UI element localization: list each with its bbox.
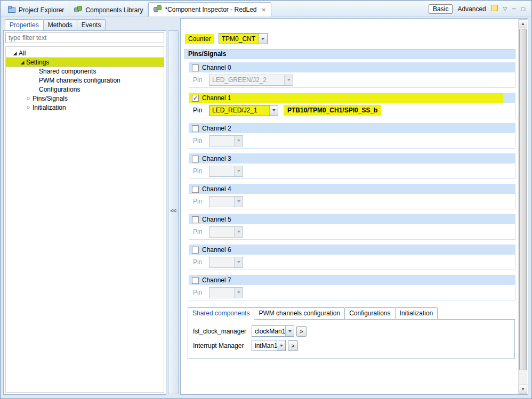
combo-value bbox=[209, 166, 234, 176]
close-icon[interactable]: ✕ bbox=[262, 7, 266, 13]
pin-label: Pin bbox=[193, 107, 204, 114]
channel-7-header: Channel 7 bbox=[189, 275, 515, 285]
vertical-scrollbar[interactable]: ▲ ▼ bbox=[518, 19, 527, 394]
channel-3-pin-row: Pin bbox=[189, 164, 515, 178]
channel-2-pin-select bbox=[209, 135, 243, 146]
scroll-up-icon[interactable]: ▲ bbox=[519, 19, 527, 28]
properties-panel: Properties Methods Events ◢ All ◢ Settin… bbox=[3, 18, 166, 395]
counter-label: Counter bbox=[185, 34, 214, 44]
field-label: Interrupt Manager bbox=[193, 342, 252, 349]
channel-1-pin-row: Pin LED_RED/J2_1 PTB10/TPM0_CH1/SPI0_SS_… bbox=[189, 103, 515, 118]
channel-6-checkbox[interactable] bbox=[192, 247, 199, 254]
tab-methods[interactable]: Methods bbox=[43, 19, 77, 30]
combo-value bbox=[209, 197, 234, 207]
channel-label: Channel 3 bbox=[202, 155, 231, 162]
clock-manager-select[interactable]: clockMan1 bbox=[252, 325, 294, 337]
basic-button[interactable]: Basic bbox=[429, 4, 453, 14]
tree-item-shared-components[interactable]: Shared components bbox=[6, 67, 164, 76]
dropdown-arrow-icon[interactable] bbox=[269, 105, 278, 116]
collapsed-arrow-icon[interactable]: ▷ bbox=[25, 96, 33, 101]
tab-label: *Component Inspector - RedLed bbox=[165, 6, 256, 13]
tab-component-inspector[interactable]: *Component Inspector - RedLed ✕ bbox=[148, 2, 271, 17]
tree-item-label: All bbox=[19, 50, 26, 57]
scrollbar-thumb[interactable] bbox=[519, 29, 527, 370]
channel-0-section: Channel 0 Pin LED_GREEN/J2_2 bbox=[189, 62, 515, 88]
tab-events[interactable]: Events bbox=[77, 19, 106, 30]
view-menu-icon[interactable]: ▽ bbox=[503, 6, 507, 12]
channel-1-section: ✓ Channel 1 Pin LED_RED/J2_1 PTB10/TPM0_… bbox=[189, 93, 515, 118]
project-explorer-icon bbox=[8, 6, 16, 14]
channel-2-checkbox[interactable] bbox=[192, 125, 199, 132]
minimize-icon[interactable]: ─ bbox=[512, 6, 515, 12]
channel-5-pin-select bbox=[209, 226, 243, 238]
tab-project-explorer[interactable]: Project Explorer bbox=[3, 3, 69, 17]
properties-panel-tabs: Properties Methods Events bbox=[3, 18, 166, 30]
goto-clock-manager-button[interactable]: > bbox=[296, 326, 307, 337]
tree-item-label: Settings bbox=[26, 59, 49, 66]
tab-properties[interactable]: Properties bbox=[5, 19, 44, 30]
pin-label: Pin bbox=[193, 198, 204, 205]
tab-configurations[interactable]: Configurations bbox=[344, 307, 395, 320]
channel-1-checkbox[interactable]: ✓ bbox=[192, 95, 199, 102]
tab-components-library[interactable]: Components Library bbox=[69, 3, 148, 17]
dropdown-arrow-icon[interactable] bbox=[259, 34, 267, 44]
dropdown-arrow-icon bbox=[284, 75, 293, 85]
pin-detail: PTB10/TPM0_CH1/SPI0_SS_b bbox=[284, 105, 381, 116]
tree-item-initialization[interactable]: ▷ Initialization bbox=[6, 103, 164, 112]
inspector-content: Counter TPM0_CNT Pins/Signals Channel 0 … bbox=[181, 19, 518, 394]
interrupt-manager-select[interactable]: intMan1 bbox=[252, 340, 286, 351]
dropdown-arrow-icon bbox=[234, 166, 243, 176]
tab-pwm-channels-configuration[interactable]: PWM channels configuration bbox=[254, 307, 345, 320]
combo-value: clockMan1 bbox=[252, 326, 285, 336]
pins-signals-header: Pins/Signals bbox=[184, 49, 515, 59]
goto-interrupt-manager-button[interactable]: > bbox=[288, 340, 298, 351]
scroll-down-icon[interactable]: ▼ bbox=[519, 385, 527, 394]
channel-5-checkbox[interactable] bbox=[192, 216, 199, 223]
channel-4-section: Channel 4 Pin bbox=[189, 184, 515, 209]
maximize-icon[interactable]: ▢ bbox=[521, 6, 526, 12]
properties-tree: ◢ All ◢ Settings Shared components PWM c… bbox=[5, 46, 164, 393]
channel-6-header: Channel 6 bbox=[189, 245, 515, 255]
channel-0-header: Channel 0 bbox=[189, 63, 515, 72]
channel-7-checkbox[interactable] bbox=[192, 277, 199, 284]
combo-value: intMan1 bbox=[252, 340, 277, 351]
tree-item-label: Pins/Signals bbox=[33, 95, 68, 102]
advanced-button[interactable]: Advanced bbox=[457, 5, 486, 13]
bottom-tabbar: Shared components PWM channels configura… bbox=[188, 307, 515, 320]
channel-1-pin-select[interactable]: LED_RED/J2_1 bbox=[209, 105, 278, 116]
channel-0-checkbox[interactable] bbox=[192, 64, 199, 71]
collapsed-arrow-icon[interactable]: ▷ bbox=[25, 105, 33, 110]
channel-3-checkbox[interactable] bbox=[192, 156, 199, 162]
tree-item-label: Initialization bbox=[33, 104, 66, 111]
tab-initialization[interactable]: Initialization bbox=[395, 307, 438, 320]
combo-value: LED_RED/J2_1 bbox=[209, 105, 269, 116]
channel-1-header: ✓ Channel 1 bbox=[189, 93, 515, 103]
highlight-strip bbox=[189, 93, 503, 103]
tree-item-all[interactable]: ◢ All bbox=[6, 48, 164, 58]
channel-2-header: Channel 2 bbox=[189, 124, 515, 133]
tree-item-configurations[interactable]: Configurations bbox=[6, 85, 164, 94]
fast-view-icon[interactable] bbox=[491, 4, 498, 14]
dropdown-arrow-icon[interactable] bbox=[277, 340, 285, 351]
tree-item-pins-signals[interactable]: ▷ Pins/Signals bbox=[6, 94, 164, 103]
tree-item-settings[interactable]: ◢ Settings bbox=[6, 58, 164, 67]
shared-row-clock-manager: fsl_clock_manager clockMan1 > bbox=[193, 325, 510, 337]
tree-item-pwm-channels-configuration[interactable]: PWM channels configuration bbox=[6, 76, 164, 85]
collapse-panel-button[interactable]: << bbox=[169, 207, 178, 217]
channel-0-pin-row: Pin LED_GREEN/J2_2 bbox=[189, 72, 515, 87]
channel-4-checkbox[interactable] bbox=[192, 186, 199, 193]
channel-4-pin-select bbox=[209, 196, 243, 207]
expanded-arrow-icon[interactable]: ◢ bbox=[19, 60, 26, 65]
counter-select[interactable]: TPM0_CNT bbox=[219, 33, 268, 44]
channel-3-pin-select bbox=[209, 166, 243, 177]
expanded-arrow-icon[interactable]: ◢ bbox=[11, 51, 19, 56]
combo-value bbox=[209, 136, 234, 146]
pin-label: Pin bbox=[193, 137, 204, 144]
channel-label: Channel 0 bbox=[202, 64, 231, 71]
channel-3-header: Channel 3 bbox=[189, 154, 515, 164]
filter-input[interactable] bbox=[5, 32, 164, 43]
tab-shared-components[interactable]: Shared components bbox=[188, 307, 254, 320]
dropdown-arrow-icon[interactable] bbox=[285, 326, 294, 336]
channel-4-pin-row: Pin bbox=[189, 194, 515, 209]
channel-5-section: Channel 5 Pin bbox=[189, 214, 515, 240]
